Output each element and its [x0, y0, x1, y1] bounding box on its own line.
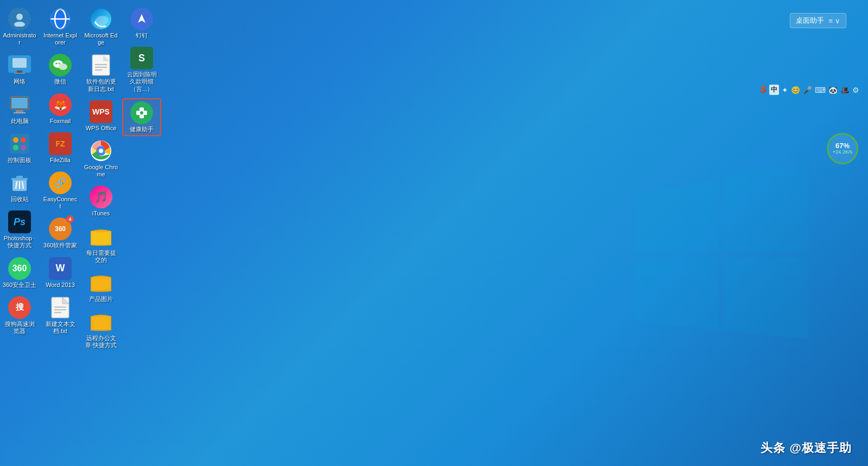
icon-wangluo-label: 网络	[14, 78, 26, 85]
svg-rect-9	[14, 73, 25, 74]
icon-sogou-label: 搜狗高速浏览器	[2, 321, 37, 335]
svg-rect-50	[92, 277, 110, 290]
desktop-assistant-widget[interactable]: 桌面助手 ≡ ∨	[790, 13, 846, 28]
icon-edge[interactable]: Microsoft Edge	[81, 5, 121, 48]
icon-photoshop[interactable]: Ps Photoshop · 快捷方式	[0, 208, 39, 251]
icon-wechat-label: 微信	[54, 78, 66, 85]
tray-icon-panda: 🐼	[828, 86, 838, 94]
icon-word[interactable]: W Word 2013	[41, 255, 80, 291]
icon-itunes-label: iTunes	[92, 210, 110, 217]
icon-yunwendang[interactable]: S 云因到陈明久款明细（言...）	[122, 44, 161, 95]
icon-administrator-label: Administrator	[2, 32, 37, 46]
icon-newtxt[interactable]: 新建文本文档.txt	[41, 294, 80, 337]
svg-point-17	[13, 145, 18, 150]
assistant-menu-icon[interactable]: ≡	[828, 17, 833, 25]
icon-photoshop-label: Photoshop · 快捷方式	[2, 235, 37, 249]
svg-rect-12	[16, 110, 23, 112]
icon-chanpin[interactable]: 产品图片	[81, 269, 121, 305]
svg-marker-1	[724, 163, 808, 252]
svg-rect-40	[92, 55, 110, 75]
svg-rect-13	[14, 112, 26, 113]
icon-controlpanel[interactable]: 控制面板	[0, 130, 39, 166]
icon-itunes[interactable]: 🎵 iTunes	[81, 183, 121, 219]
desktop-icon-column-3: Microsoft Edge 软件包的更新日志.txt WPS	[81, 5, 121, 352]
icon-sogou[interactable]: 搜 搜狗高速浏览器	[0, 294, 39, 337]
icon-meiri-label: 每日需要提交的	[84, 250, 118, 264]
cpu-widget[interactable]: 67% +24.2K/s	[827, 133, 858, 164]
icon-yuancheng[interactable]: 远程办公文章·快捷方式	[81, 308, 121, 351]
desktop-icon-column-2: Internet Explorer 微信 🦊	[41, 5, 80, 338]
icon-controlpanel-label: 控制面板	[8, 157, 31, 164]
icon-360[interactable]: 360 360安全卫士	[0, 255, 39, 291]
icon-ie[interactable]: Internet Explorer	[41, 5, 80, 48]
icon-ie-label: Internet Explorer	[43, 32, 78, 46]
icon-jiankang-label: 健康助手	[130, 126, 154, 133]
icon-foxmail-label: Foxmail	[50, 118, 71, 125]
icon-chrome[interactable]: Google Chrome	[81, 137, 121, 180]
bottom-watermark: 头条 @极速手助	[761, 440, 852, 456]
icon-jiankang[interactable]: 健康助手	[122, 98, 161, 136]
icon-360-label: 360安全卫士	[3, 282, 36, 289]
icon-wangluo[interactable]: 网络	[0, 52, 39, 87]
icon-easyconnect-label: EasyConnect	[43, 196, 78, 210]
icon-administrator[interactable]: Administrator	[0, 5, 39, 48]
svg-rect-8	[17, 71, 22, 73]
tray-icon-2: 😊	[791, 86, 800, 94]
svg-rect-14	[10, 134, 29, 154]
tray-icon-1: ✦	[782, 86, 788, 94]
icon-chanpin-label: 产品图片	[89, 296, 113, 303]
icon-newtxt-label: 新建文本文档.txt	[43, 321, 78, 335]
icon-updatelog[interactable]: 软件包的更新日志.txt	[81, 52, 121, 94]
icon-diandnao-label: 此电脑	[11, 118, 29, 125]
svg-point-31	[56, 63, 58, 65]
svg-point-32	[59, 63, 60, 65]
icon-diandnao[interactable]: 此电脑	[0, 91, 39, 127]
tray-icon-extra1: 🎩	[840, 86, 850, 94]
sogou-zh-label[interactable]: 中	[769, 85, 779, 95]
icon-wechat[interactable]: 微信	[41, 52, 80, 87]
cpu-speed: +24.2K/s	[833, 149, 852, 155]
icon-360home[interactable]: 360 4 360软件管家	[41, 215, 80, 251]
svg-point-48	[99, 149, 103, 153]
icon-word-label: Word 2013	[46, 282, 75, 289]
tray-icon-mic: 🎤	[803, 86, 812, 94]
svg-rect-49	[92, 231, 110, 244]
assistant-controls: ≡ ∨	[828, 17, 840, 25]
icon-wps[interactable]: WPS WPS Office	[81, 98, 121, 134]
icon-edge-label: Microsoft Edge	[84, 32, 118, 46]
icon-easyconnect[interactable]: 🔗 EasyConnect	[41, 169, 80, 212]
svg-marker-0	[635, 179, 719, 252]
svg-marker-3	[724, 258, 808, 339]
svg-point-4	[16, 14, 23, 20]
icon-360home-label: 360软件管家	[43, 242, 77, 249]
svg-rect-11	[11, 98, 28, 108]
icon-updatelog-label: 软件包的更新日志.txt	[84, 78, 118, 92]
svg-marker-2	[635, 258, 719, 331]
sogou-s-icon: S	[760, 84, 766, 95]
icon-dingding[interactable]: 钉钉	[122, 5, 161, 41]
icon-yuancheng-label: 远程办公文章·快捷方式	[84, 335, 118, 349]
svg-point-16	[21, 137, 26, 143]
svg-point-15	[13, 137, 18, 143]
tray-icon-keyboard: ⌨	[815, 86, 826, 94]
icon-meiri[interactable]: 每日需要提交的	[81, 223, 121, 266]
svg-point-54	[140, 111, 143, 114]
svg-rect-7	[12, 58, 27, 68]
svg-rect-51	[92, 316, 110, 329]
icon-foxmail[interactable]: 🦊 Foxmail	[41, 91, 80, 127]
icon-recycle[interactable]: 回收站	[0, 169, 39, 205]
desktop-assistant-label: 桌面助手	[796, 16, 824, 25]
assistant-dropdown-icon[interactable]: ∨	[835, 17, 840, 25]
desktop-icon-column-1: Administrator 网络	[0, 5, 39, 338]
desktop-icon-column-4: 钉钉 S 云因到陈明久款明细（言...） 健康	[122, 5, 161, 137]
icon-filezilla[interactable]: FZ FileZilla	[41, 130, 80, 166]
icon-dingding-label: 钉钉	[136, 32, 148, 39]
svg-point-5	[14, 22, 25, 27]
windows-logo	[618, 152, 825, 360]
svg-rect-33	[52, 297, 69, 318]
watermark-text: 头条 @极速手助	[761, 441, 852, 455]
icon-wps-label: WPS Office	[86, 125, 117, 132]
sogou-toolbar[interactable]: S 中 ✦ 😊 🎤 ⌨ 🐼 🎩 ⚙	[756, 82, 864, 97]
svg-rect-21	[16, 176, 23, 178]
svg-point-18	[21, 145, 26, 150]
